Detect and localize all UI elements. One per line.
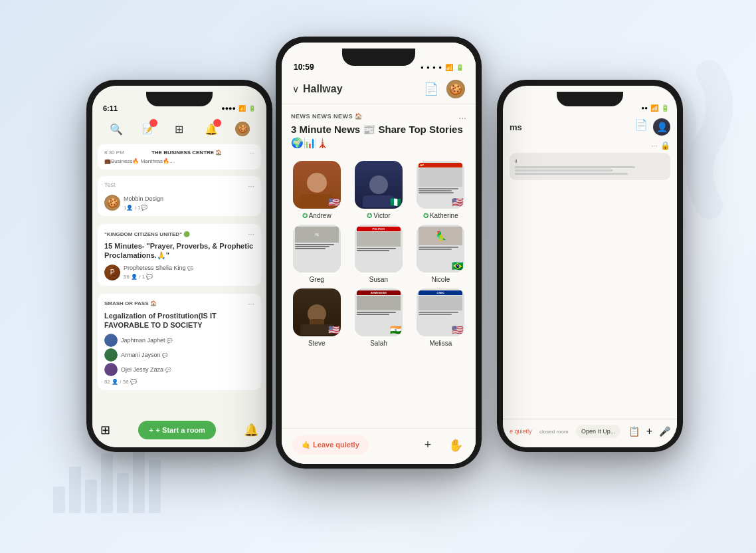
- right-copy-icon[interactable]: 📋: [628, 426, 640, 437]
- leave-quietly-label: 🤙 Leave quietly: [302, 441, 359, 449]
- kingdom-host: P Prophetess Shelia King 💬 56 👤 / 1 💬: [104, 265, 254, 280]
- bell-nav-icon[interactable]: 🔔: [204, 122, 219, 136]
- participant-melissa[interactable]: CNBC 🇺🇸 Melissa: [413, 288, 469, 347]
- smash-title: Legalization of Prostitution(IS IT FAVOR…: [104, 311, 254, 330]
- right-mic-icon[interactable]: 🎤: [659, 426, 670, 437]
- test-room-stats: 1👤 / 1💬: [124, 205, 163, 211]
- test-room-label: Test: [104, 181, 116, 188]
- plus-action-icon[interactable]: +: [419, 436, 437, 455]
- steve-name: Steve: [308, 340, 326, 347]
- smash-more[interactable]: ···: [248, 299, 254, 308]
- participant-victor[interactable]: 🇳🇬 ✪ Victor: [350, 161, 407, 219]
- leave-quietly-button[interactable]: 🤙 Leave quietly: [292, 435, 369, 455]
- right-battery-icon: 🔋: [661, 104, 669, 112]
- kingdom-label: "KINGDOM CITIZENS UNITED" 🟢: [104, 231, 190, 237]
- participant-nicole[interactable]: 🦜 🇧🇷 Nicole: [413, 225, 469, 283]
- participants-grid: 🇺🇸 ✪ Andrew: [282, 153, 476, 355]
- left-phone-notch: [146, 92, 213, 106]
- open-it-button[interactable]: Open It Up...: [576, 425, 620, 438]
- hallway-title: Hallway: [303, 83, 343, 95]
- banner-header: 8:30 PM THE BUSINESS CENTRE 🏠 ···: [104, 150, 254, 156]
- nicole-flag: 🇧🇷: [452, 261, 463, 271]
- center-wifi-icon: 📶: [445, 64, 453, 71]
- center-status-time: 10:59: [294, 62, 314, 72]
- center-avatar-icon[interactable]: 🍪: [446, 80, 465, 98]
- salah-name: Salah: [370, 340, 387, 347]
- center-phone-notch: [342, 49, 415, 66]
- test-host-avatar: 🍪: [104, 195, 120, 211]
- right-document-icon[interactable]: 📄: [634, 118, 648, 136]
- banner-more[interactable]: ···: [249, 150, 254, 156]
- test-room-card[interactable]: Test ··· 🍪 Mobbin Design 1👤 / 1💬: [98, 176, 261, 216]
- left-phone: 6:11 ●●●● 📶 🔋 🔍 📝 ⊞: [86, 80, 272, 452]
- melissa-name: Melissa: [429, 340, 452, 347]
- nicole-name: Nicole: [431, 276, 450, 283]
- banner-room-name: THE BUSINESS CENTRE 🏠: [151, 150, 222, 156]
- left-grid-icon[interactable]: ⊞: [100, 423, 110, 437]
- right-plus-icon[interactable]: +: [646, 425, 652, 437]
- right-more-dots[interactable]: ···: [651, 141, 658, 150]
- center-header-left: ∨ Hallway: [292, 83, 343, 95]
- hand-action-icon[interactable]: ✋: [446, 436, 465, 455]
- right-phone: 10:59 ●● 📶 🔋 ms 📄 👤: [497, 80, 683, 452]
- katherine-avatar: AP 🇺🇸: [417, 161, 464, 209]
- katherine-flag: 🇺🇸: [452, 197, 463, 207]
- compose-nav-icon[interactable]: 📝: [140, 122, 155, 136]
- closed-room-label: closed room: [539, 429, 569, 435]
- banner-time: 8:30 PM: [104, 150, 124, 156]
- melissa-avatar: CNBC 🇺🇸: [417, 288, 464, 336]
- right-action-icons: 📋 + 🎤: [628, 425, 670, 437]
- andrew-verified-icon: ✪: [302, 212, 308, 219]
- test-room-more[interactable]: ···: [248, 181, 254, 191]
- hallway-chevron-icon[interactable]: ∨: [292, 84, 299, 94]
- greg-news-thumb: 📰: [293, 225, 341, 273]
- left-phone-screen: 6:11 ●●●● 📶 🔋 🔍 📝 ⊞: [92, 86, 266, 447]
- victor-name: ✪ Victor: [367, 212, 390, 219]
- right-room-section: il: [510, 153, 670, 180]
- test-room-host: 🍪 Mobbin Design 1👤 / 1💬: [104, 195, 254, 211]
- left-bottom-bar: ⊞ + + Start a room 🔔: [92, 417, 266, 447]
- smash-host-1: Japhman Japhet 💬: [104, 334, 254, 347]
- smash-host-name-1: Japhman Japhet 💬: [121, 337, 173, 344]
- center-status-icons: ● ● ● ● 📶 🔋: [421, 64, 464, 71]
- center-screen-content: 10:59 ● ● ● ● 📶 🔋 ∨ Hallway 📄: [282, 43, 476, 464]
- participant-greg[interactable]: 📰 Greg: [288, 225, 345, 283]
- left-bell-icon[interactable]: 🔔: [244, 423, 258, 437]
- kingdom-room-card[interactable]: "KINGDOM CITIZENS UNITED" 🟢 ··· 15 Minut…: [98, 224, 261, 286]
- left-screen-content: 6:11 ●●●● 📶 🔋 🔍 📝 ⊞: [92, 86, 266, 447]
- news-more-dots[interactable]: ···: [458, 112, 466, 123]
- center-document-icon[interactable]: 📄: [424, 82, 438, 96]
- smash-room-card[interactable]: SMASH OR PASS 🏠 ··· Legalization of Pros…: [98, 294, 261, 391]
- right-wifi-icon: 📶: [650, 104, 658, 112]
- left-room-banner[interactable]: 8:30 PM THE BUSINESS CENTRE 🏠 ··· 💼Busin…: [98, 144, 261, 169]
- right-person-icon[interactable]: 👤: [653, 118, 670, 136]
- search-nav-icon[interactable]: 🔍: [109, 122, 124, 136]
- susan-avatar: POLITICO: [355, 225, 403, 273]
- avatar-nav-icon[interactable]: 🍪: [235, 122, 250, 136]
- center-phone: 10:59 ● ● ● ● 📶 🔋 ∨ Hallway 📄: [276, 37, 482, 469]
- right-leave-text[interactable]: e quietly: [510, 428, 532, 435]
- bell-badge: [213, 119, 221, 127]
- center-content-scroll[interactable]: NEWS NEWS NEWS 🏠 ··· 3 Minute News 📰 Sha…: [282, 104, 476, 428]
- center-bottom-actions: + ✋: [419, 436, 465, 455]
- participant-katherine[interactable]: AP 🇺🇸 ✪ Katherine: [413, 161, 469, 219]
- smash-avatar-3: [104, 363, 118, 376]
- susan-news-thumb: POLITICO: [355, 225, 403, 273]
- kingdom-more[interactable]: ···: [248, 229, 254, 239]
- banner-subtitle: 💼Business🔥 Manthras🔥...: [104, 158, 254, 164]
- signal-icon: ●●●●: [221, 105, 236, 112]
- right-header-icons: 📄 👤: [634, 118, 670, 136]
- left-status-icons: ●●●● 📶 🔋: [221, 105, 256, 112]
- center-battery-icon: 🔋: [456, 64, 464, 71]
- kingdom-host-avatar: P: [104, 265, 120, 280]
- start-room-plus: +: [149, 426, 153, 434]
- participant-salah[interactable]: ARMENEWS 🇮🇳 Salah: [350, 288, 407, 347]
- right-phone-screen: 10:59 ●● 📶 🔋 ms 📄 👤: [503, 86, 677, 447]
- start-room-button[interactable]: + + Start a room: [138, 421, 216, 439]
- participant-steve[interactable]: 🇺🇸 Steve: [288, 288, 345, 347]
- participant-andrew[interactable]: 🇺🇸 ✪ Andrew: [288, 161, 345, 219]
- salah-flag: 🇮🇳: [390, 324, 401, 335]
- participant-susan[interactable]: POLITICO Susan: [350, 225, 407, 283]
- grid-nav-icon[interactable]: ⊞: [172, 122, 187, 136]
- steve-avatar: 🇺🇸: [293, 288, 341, 336]
